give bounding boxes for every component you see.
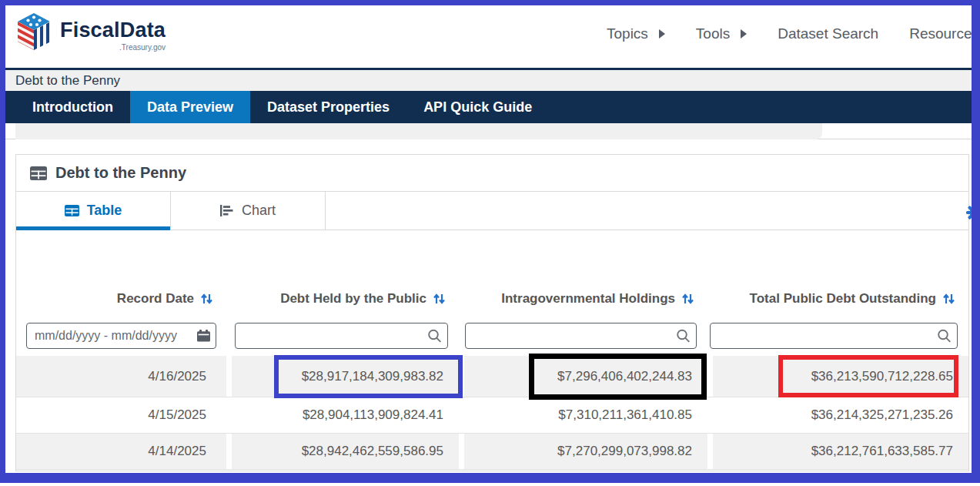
column-header-record-date[interactable]: Record Date: [16, 291, 226, 307]
view-tab-label: Table: [87, 203, 122, 219]
tab-label: Dataset Properties: [267, 99, 390, 116]
site-header: FiscalData .Treasury.gov Topics Tools Da…: [0, 0, 980, 70]
column-label: Record Date: [117, 291, 194, 307]
debt-held-cell: $28,942,462,559,586.95: [226, 434, 459, 469]
search-icon: [427, 329, 442, 344]
spacer: [16, 230, 968, 282]
nav-item-resources[interactable]: Resources: [909, 25, 979, 42]
sort-icon: [943, 293, 955, 305]
intragovernmental-cell: $7,270,299,073,998.82: [459, 434, 707, 469]
debt-held-cell: $28,904,113,909,824.41: [226, 397, 459, 433]
table-header-row: Record Date Debt Held by the Public Intr…: [16, 282, 968, 316]
total-debt-cell: $36,213,590,712,228.65: [707, 356, 968, 397]
tab-introduction[interactable]: Introduction: [15, 91, 130, 123]
total-debt-cell: $36,214,325,271,235.26: [707, 397, 968, 433]
nav-label: Topics: [607, 25, 648, 42]
fiscaldata-page: FiscalData .Treasury.gov Topics Tools Da…: [0, 0, 980, 486]
view-tab-bar: Table Chart: [16, 192, 968, 230]
total-debt-filter-input[interactable]: [710, 323, 958, 349]
column-header-debt-held-by-public[interactable]: Debt Held by the Public: [226, 291, 459, 307]
column-header-total-public-debt[interactable]: Total Public Debt Outstanding: [707, 291, 968, 307]
debt-held-filter-input[interactable]: [235, 323, 448, 349]
table-row[interactable]: 4/14/2025 $28,942,462,559,586.95 $7,270,…: [16, 434, 968, 470]
chevron-right-icon: [659, 29, 665, 39]
intragovernmental-cell: $7,296,406,402,244.83: [459, 356, 707, 397]
table-row[interactable]: 4/16/2025 $28,917,184,309,983.82 $7,296,…: [16, 356, 968, 397]
search-icon: [676, 329, 691, 344]
debt-held-cell: $28,917,184,309,983.82: [226, 356, 459, 397]
sort-icon: [433, 293, 445, 305]
page-tab-bar: Introduction Data Preview Dataset Proper…: [0, 91, 980, 123]
column-settings-gear-icon[interactable]: [966, 204, 980, 224]
logo-text: FiscalData .Treasury.gov: [60, 11, 166, 52]
column-label: Debt Held by the Public: [280, 291, 426, 307]
tab-label: Introduction: [32, 99, 113, 116]
nav-item-tools[interactable]: Tools: [696, 25, 747, 42]
table-icon: [30, 166, 47, 180]
tab-api-quick-guide[interactable]: API Quick Guide: [406, 91, 549, 123]
active-tab-underline: [16, 226, 170, 230]
top-navigation: Topics Tools Dataset Search Resources: [607, 0, 980, 68]
view-tab-table[interactable]: Table: [16, 192, 171, 230]
table-filter-row: [16, 316, 968, 356]
tab-label: API Quick Guide: [423, 99, 532, 116]
view-tab-label: Chart: [242, 203, 276, 219]
table-row[interactable]: 4/15/2025 $28,904,113,909,824.41 $7,310,…: [16, 397, 968, 434]
nav-item-topics[interactable]: Topics: [607, 25, 665, 42]
column-label: Intragovernmental Holdings: [501, 291, 675, 307]
record-date-cell: 4/15/2025: [16, 397, 226, 433]
intragovernmental-cell: $7,310,211,361,410.85: [459, 397, 707, 433]
nav-label: Tools: [696, 25, 730, 42]
sort-icon: [682, 293, 694, 305]
intragovernmental-filter-input[interactable]: [465, 323, 697, 349]
card-title: Debt to the Penny: [55, 164, 186, 182]
column-header-intragovernmental-holdings[interactable]: Intragovernmental Holdings: [459, 291, 707, 307]
sort-icon: [201, 293, 212, 305]
dataset-card: Debt to the Penny Table: [15, 154, 969, 471]
tab-dataset-properties[interactable]: Dataset Properties: [250, 91, 406, 123]
calendar-icon[interactable]: [197, 330, 210, 342]
tab-data-preview[interactable]: Data Preview: [130, 91, 250, 123]
fiscaldata-logo[interactable]: FiscalData .Treasury.gov: [14, 11, 166, 52]
breadcrumb-bar: Debt to the Penny: [0, 70, 980, 91]
fiscaldata-cube-icon: [14, 11, 54, 52]
chevron-right-icon: [741, 29, 747, 39]
record-date-cell: 4/16/2025: [16, 356, 226, 397]
card-title-row: Debt to the Penny: [16, 155, 968, 192]
nav-label: Dataset Search: [778, 25, 878, 42]
tab-label: Data Preview: [147, 99, 233, 116]
banner-gray-strip: [15, 123, 822, 139]
total-debt-cell: $36,212,761,633,585.77: [707, 434, 968, 469]
view-tab-chart[interactable]: Chart: [171, 192, 326, 230]
nav-item-dataset-search[interactable]: Dataset Search: [778, 25, 878, 42]
table-icon: [65, 205, 79, 216]
column-label: Total Public Debt Outstanding: [750, 291, 936, 307]
record-date-cell: 4/14/2025: [16, 434, 226, 469]
bar-chart-icon: [220, 205, 234, 216]
search-icon: [937, 329, 952, 344]
data-table: Record Date Debt Held by the Public Intr…: [16, 282, 968, 470]
breadcrumb: Debt to the Penny: [15, 73, 120, 89]
record-date-filter-input[interactable]: [26, 323, 216, 349]
nav-label: Resources: [909, 25, 979, 42]
scrolled-banner-remnant: [0, 123, 980, 139]
